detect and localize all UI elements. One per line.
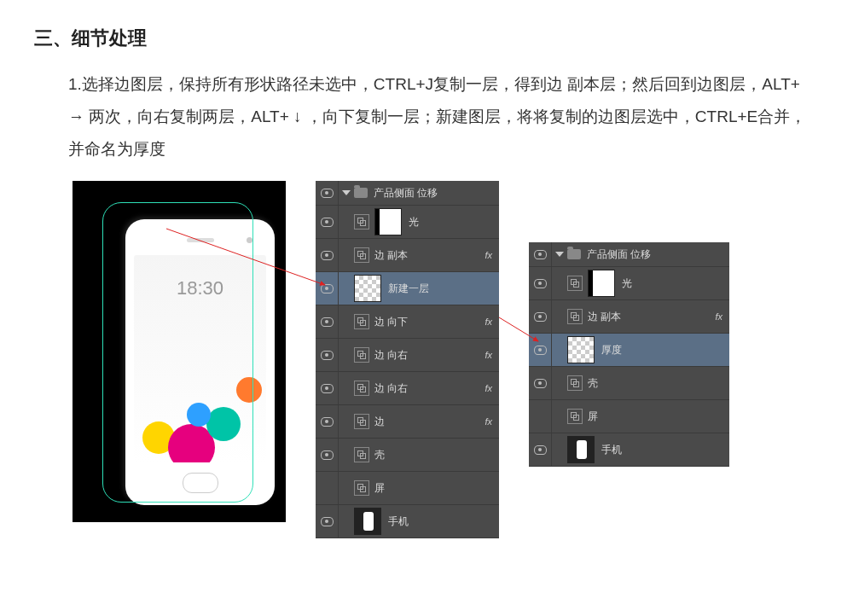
shape-layer-icon — [567, 375, 583, 391]
visibility-toggle[interactable] — [529, 242, 552, 266]
visibility-toggle[interactable] — [316, 339, 339, 371]
visibility-toggle[interactable] — [316, 372, 339, 404]
eye-icon — [534, 379, 547, 388]
eye-icon — [534, 250, 547, 259]
shape-layer-icon — [354, 347, 369, 363]
layer-name: 壳 — [588, 376, 726, 391]
eye-icon — [534, 445, 547, 455]
shape-layer-icon — [354, 381, 369, 396]
shape-layer-icon — [354, 480, 369, 496]
layer-row[interactable]: 手机 — [316, 505, 499, 538]
visibility-toggle[interactable] — [316, 305, 339, 338]
layer-name: 壳 — [374, 448, 496, 462]
layers-panel-after: 产品侧面 位移光边 副本fx厚度壳屏手机 — [529, 242, 729, 467]
layer-row[interactable]: 屏 — [316, 472, 499, 505]
layer-thumbnail — [567, 336, 595, 363]
shape-layer-icon — [354, 414, 369, 429]
layer-thumbnail — [374, 208, 402, 235]
layer-row[interactable]: 边 副本fx — [316, 239, 499, 272]
layer-thumbnail — [567, 436, 595, 463]
collapse-toggle-icon[interactable] — [555, 252, 564, 257]
visibility-toggle[interactable] — [316, 272, 339, 305]
layer-name: 边 向下 — [374, 315, 485, 329]
layer-name: 屏 — [588, 410, 726, 424]
layer-thumbnail — [588, 270, 615, 297]
layer-row[interactable]: 新建一层 — [316, 272, 499, 305]
fx-indicator: fx — [485, 416, 492, 427]
layer-name: 手机 — [388, 514, 496, 529]
visibility-toggle[interactable] — [529, 267, 552, 299]
visibility-toggle[interactable] — [316, 439, 339, 471]
layer-row[interactable]: 光 — [529, 267, 729, 300]
shape-layer-icon — [354, 247, 369, 263]
layer-group-header[interactable]: 产品侧面 位移 — [529, 242, 729, 267]
visibility-toggle[interactable] — [316, 239, 339, 271]
shape-layer-icon — [354, 447, 369, 462]
fx-indicator: fx — [715, 311, 722, 322]
layer-row[interactable]: 边 向右fx — [316, 339, 499, 372]
shape-layer-icon — [567, 276, 583, 291]
section-heading: 三、细节处理 — [34, 26, 819, 51]
eye-icon — [321, 284, 334, 293]
layer-row[interactable]: 边 向右fx — [316, 372, 499, 405]
layer-name: 光 — [622, 276, 726, 291]
layer-name: 边 副本 — [588, 310, 715, 324]
phone-mockup: 18:30 — [73, 181, 286, 522]
visibility-toggle[interactable] — [316, 505, 339, 538]
layer-name: 光 — [409, 215, 496, 230]
eye-icon — [321, 251, 334, 260]
layer-group-header[interactable]: 产品侧面 位移 — [316, 181, 499, 206]
eye-icon — [321, 317, 334, 327]
layer-row[interactable]: 壳 — [529, 367, 729, 400]
shape-layer-icon — [567, 309, 583, 324]
layer-name: 手机 — [601, 443, 726, 457]
fx-indicator: fx — [485, 317, 492, 327]
shape-layer-icon — [354, 314, 369, 329]
layer-row[interactable]: 边 向下fx — [316, 305, 499, 339]
folder-icon — [354, 188, 368, 198]
layer-row[interactable]: 边 副本fx — [529, 300, 729, 334]
layer-row[interactable]: 光 — [316, 206, 499, 239]
layer-row[interactable]: 边fx — [316, 405, 499, 439]
collapse-toggle-icon[interactable] — [342, 190, 351, 195]
group-name: 产品侧面 位移 — [374, 186, 496, 200]
visibility-toggle[interactable] — [529, 400, 552, 433]
eye-icon — [321, 351, 334, 360]
visibility-toggle[interactable] — [316, 405, 339, 438]
fx-indicator: fx — [485, 350, 492, 360]
visibility-toggle[interactable] — [316, 206, 339, 238]
eye-icon — [321, 189, 334, 198]
eye-icon — [321, 218, 334, 227]
eye-icon — [321, 384, 334, 393]
layer-row[interactable]: 屏 — [529, 400, 729, 433]
eye-icon — [534, 279, 547, 288]
layer-name: 屏 — [374, 481, 496, 496]
layer-row[interactable]: 壳 — [316, 439, 499, 472]
folder-icon — [567, 249, 581, 259]
layer-row[interactable]: 手机 — [529, 433, 729, 467]
visibility-toggle[interactable] — [529, 433, 552, 466]
glass-film-outline — [102, 202, 253, 503]
visibility-toggle[interactable] — [529, 300, 552, 333]
eye-icon — [534, 346, 547, 355]
fx-indicator: fx — [485, 250, 492, 260]
eye-icon — [534, 312, 547, 322]
fx-indicator: fx — [485, 383, 492, 393]
layer-name: 边 副本 — [374, 248, 485, 263]
visibility-toggle[interactable] — [316, 472, 339, 504]
eye-icon — [321, 517, 334, 526]
step1-text: 1.选择边图层，保持所有形状路径未选中，CTRL+J复制一层，得到边 副本层；然… — [68, 68, 819, 166]
layer-name: 新建一层 — [388, 282, 496, 296]
layers-panel-before: 产品侧面 位移光边 副本fx新建一层边 向下fx边 向右fx边 向右fx边fx壳… — [316, 181, 499, 538]
eye-icon — [321, 450, 334, 460]
layer-name: 边 向右 — [374, 381, 485, 396]
group-name: 产品侧面 位移 — [587, 247, 726, 262]
figure-row: 18:30 产品侧面 位移光边 副本fx新建一层边 向下fx边 向右fx边 向右… — [73, 181, 819, 616]
visibility-toggle[interactable] — [529, 367, 552, 399]
layer-row[interactable]: 厚度 — [529, 334, 729, 367]
eye-icon — [321, 417, 334, 427]
shape-layer-icon — [567, 409, 583, 424]
visibility-toggle[interactable] — [529, 334, 552, 366]
visibility-toggle[interactable] — [316, 181, 339, 205]
layer-name: 边 向右 — [374, 348, 485, 363]
